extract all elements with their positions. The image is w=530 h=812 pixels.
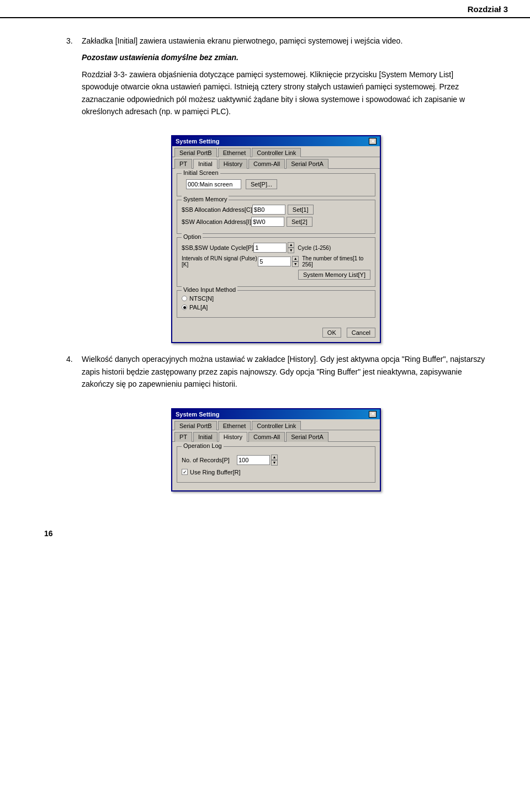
no-records-spinner[interactable]: ▲ ▼: [271, 455, 278, 466]
section3-bold-italic: Pozostaw ustawienia domyślne bez zmian.: [82, 51, 486, 63]
dialog1-title: System Setting: [176, 138, 219, 145]
section4-item: 4. Wielkość danych operacyjnych można us…: [66, 353, 486, 394]
dialog1-titlebar: System Setting ✕: [172, 136, 380, 146]
tab-ethernet[interactable]: Ethernet: [218, 148, 251, 157]
d2-tab-pt[interactable]: PT: [174, 432, 192, 442]
dialog1-close-btn[interactable]: ✕: [369, 138, 377, 145]
cycle-row: $SB,$SW Update Cycle[P] ▲ ▼ Cycle (1-256…: [182, 242, 370, 253]
tab-serial-porta[interactable]: Serial PortA: [286, 159, 328, 169]
dialog2-tabs-row2: PT Initial History Comm-All Serial PortA: [172, 430, 380, 442]
sw-label: $SW Allocation Address[I]: [182, 218, 251, 225]
records-down-arrow[interactable]: ▼: [271, 460, 278, 466]
section3-para1: Zakładka [Initial] zawiera ustawienia ek…: [82, 35, 486, 47]
cycle-down-arrow[interactable]: ▼: [288, 248, 294, 253]
tab-controller-link[interactable]: Controller Link: [252, 148, 301, 157]
intervals-input[interactable]: [258, 257, 291, 266]
tab-history[interactable]: History: [219, 159, 247, 169]
sw-input[interactable]: [251, 217, 284, 227]
option-label: Option: [182, 233, 203, 240]
page-number: 16: [44, 529, 53, 538]
cycle-input[interactable]: [253, 243, 287, 253]
dialog1: System Setting ✕ Serial PortB Ethernet C…: [171, 135, 381, 343]
d2-tab-history[interactable]: History: [219, 432, 247, 442]
section3-para2: Rozdział 3-3- zawiera objaśnienia dotycz…: [82, 68, 486, 118]
set1-btn[interactable]: Set[1]: [288, 205, 314, 215]
operation-log-label: Operation Log: [182, 442, 224, 449]
times-label: The number of times[1 to 256]: [302, 255, 370, 268]
cycle-up-arrow[interactable]: ▲: [288, 242, 294, 248]
intervals-down-arrow[interactable]: ▼: [292, 261, 299, 267]
sys-mem-list-btn[interactable]: System Memory List[Y]: [298, 270, 370, 280]
no-records-label: No. of Records[P]: [182, 457, 237, 463]
cycle-range-label: Cycle (1-256): [298, 245, 331, 251]
records-up-arrow[interactable]: ▲: [271, 455, 278, 460]
tab-serial-portb[interactable]: Serial PortB: [174, 148, 217, 157]
page-content: 3. Zakładka [Initial] zawiera ustawienia…: [0, 18, 530, 518]
sb-input[interactable]: [252, 205, 285, 215]
ring-buffer-checkbox[interactable]: ✓: [182, 469, 188, 475]
ntsc-radio[interactable]: [182, 296, 187, 301]
video-label: Video Input Method: [182, 286, 237, 293]
ring-buffer-row: ✓ Use Ring Buffer[R]: [182, 469, 370, 476]
dialog1-title-buttons: ✕: [369, 138, 377, 145]
tab-initial[interactable]: Initial: [193, 159, 218, 169]
intervals-spinner[interactable]: ▲ ▼: [292, 256, 299, 267]
dialog1-body: Initial Screen Set[P]... System Memory $…: [172, 169, 380, 325]
section-number: 3.: [66, 35, 77, 122]
dialog2-wrapper: System Setting ✕ Serial PortB Ethernet C…: [66, 408, 486, 492]
tab-pt[interactable]: PT: [174, 159, 192, 169]
d2-tab-comm-all[interactable]: Comm-All: [248, 432, 285, 442]
tab-comm-all[interactable]: Comm-All: [248, 159, 285, 169]
section3-body: Zakładka [Initial] zawiera ustawienia ek…: [82, 35, 486, 122]
pal-radio[interactable]: [182, 304, 187, 310]
dialog1-footer: OK Cancel: [172, 325, 380, 342]
intervals-up-arrow[interactable]: ▲: [292, 256, 299, 261]
section4-text: 4. Wielkość danych operacyjnych można us…: [66, 353, 486, 394]
no-records-input[interactable]: [237, 455, 270, 465]
no-records-row: No. of Records[P] ▲ ▼: [182, 455, 370, 466]
dialog2-tabs-row1: Serial PortB Ethernet Controller Link: [172, 419, 380, 430]
dialog2: System Setting ✕ Serial PortB Ethernet C…: [171, 408, 381, 492]
ntsc-label: NTSC[N]: [189, 295, 214, 302]
screen-field-row: Set[P]...: [186, 179, 370, 189]
d2-tab-controller-link[interactable]: Controller Link: [252, 421, 301, 430]
dialog1-wrapper: System Setting ✕ Serial PortB Ethernet C…: [66, 135, 486, 343]
pal-label: PAL[A]: [189, 304, 208, 311]
cycle-spinner[interactable]: ▲ ▼: [288, 242, 294, 253]
initial-screen-label: Initial Screen: [182, 169, 220, 176]
section4-para: Wielkość danych operacyjnych można ustaw…: [82, 353, 486, 390]
section4-number: 4.: [66, 353, 77, 394]
sw-row: $SW Allocation Address[I] Set[2]: [182, 217, 370, 227]
dialog1-tabs-row2: PT Initial History Comm-All Serial PortA: [172, 157, 380, 169]
ring-buffer-label: Use Ring Buffer[R]: [190, 469, 241, 476]
sys-mem-list-row: System Memory List[Y]: [182, 270, 370, 280]
dialog1-cancel-btn[interactable]: Cancel: [347, 328, 375, 338]
dialog1-ok-btn[interactable]: OK: [322, 328, 341, 338]
dialog2-close-btn[interactable]: ✕: [369, 411, 377, 418]
chapter-title: Rozdział 3: [468, 4, 508, 14]
pal-row: PAL[A]: [182, 304, 370, 311]
section3-item: 3. Zakładka [Initial] zawiera ustawienia…: [66, 35, 486, 122]
page-footer-area: 16: [0, 529, 530, 549]
set2-btn[interactable]: Set[2]: [287, 217, 312, 227]
d2-tab-serial-porta[interactable]: Serial PortA: [286, 432, 328, 442]
cycle-label: $SB,$SW Update Cycle[P]: [182, 244, 253, 251]
system-memory-group: System Memory $SB Allocation Address[C] …: [177, 200, 375, 234]
d2-tab-initial[interactable]: Initial: [193, 432, 218, 442]
screen-field-input[interactable]: [186, 179, 241, 189]
dialog2-body: Operation Log No. of Records[P] ▲ ▼ ✓ Us…: [172, 442, 380, 490]
set-p-btn[interactable]: Set[P]...: [246, 179, 277, 189]
dialog2-title-buttons: ✕: [369, 411, 377, 418]
d2-tab-serial-portb[interactable]: Serial PortB: [174, 421, 217, 430]
page-header: Rozdział 3: [0, 0, 530, 18]
dialog2-title: System Setting: [176, 411, 219, 418]
intervals-label: Intervals of RUN signal (Pulse)[K]: [182, 255, 258, 268]
dialog1-tabs-row1: Serial PortB Ethernet Controller Link: [172, 146, 380, 157]
d2-tab-ethernet[interactable]: Ethernet: [218, 421, 251, 430]
intervals-row: Intervals of RUN signal (Pulse)[K] ▲ ▼ T…: [182, 255, 370, 268]
option-group: Option $SB,$SW Update Cycle[P] ▲ ▼ Cycle…: [177, 237, 375, 287]
operation-log-group: Operation Log No. of Records[P] ▲ ▼ ✓ Us…: [177, 446, 375, 483]
system-memory-label: System Memory: [182, 196, 229, 202]
video-radio-group: NTSC[N] PAL[A]: [182, 293, 370, 313]
section3-text: 3. Zakładka [Initial] zawiera ustawienia…: [66, 35, 486, 122]
